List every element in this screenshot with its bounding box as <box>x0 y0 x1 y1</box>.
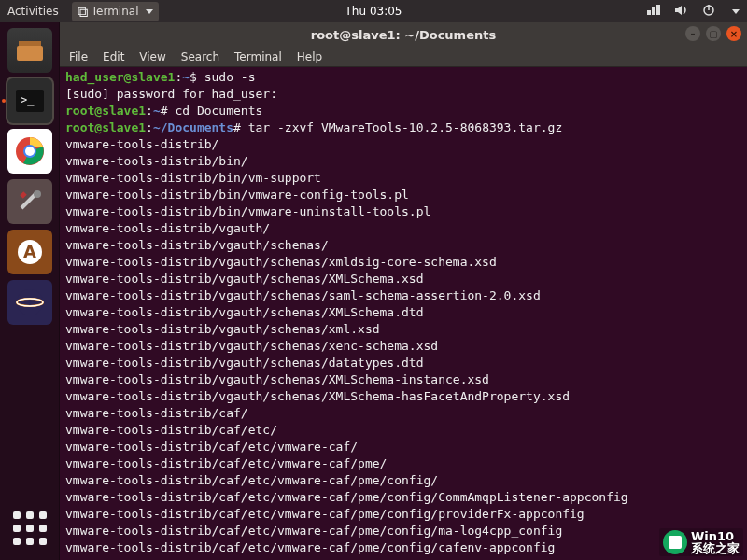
svg-point-8 <box>25 147 35 156</box>
show-applications-button[interactable] <box>7 506 52 551</box>
menu-edit[interactable]: Edit <box>103 50 124 63</box>
terminal-window: root@slave1: ~/Documents – ▢ × File Edit… <box>60 22 747 560</box>
clock[interactable]: Thu 03:05 <box>345 5 402 18</box>
gnome-top-bar: Activities ⧉ Terminal Thu 03:05 <box>0 0 747 22</box>
system-tray[interactable] <box>646 4 740 20</box>
network-icon[interactable] <box>646 5 661 19</box>
window-title: root@slave1: ~/Documents <box>311 28 496 42</box>
maximize-button[interactable]: ▢ <box>706 26 721 41</box>
terminal-icon: ⧉ <box>78 3 88 21</box>
active-app-indicator[interactable]: ⧉ Terminal <box>72 2 160 21</box>
minimize-button[interactable]: – <box>685 26 700 41</box>
watermark-logo-icon <box>663 530 687 554</box>
svg-point-12 <box>17 289 43 315</box>
menu-search[interactable]: Search <box>181 50 219 63</box>
chevron-down-icon <box>732 9 740 14</box>
menu-view[interactable]: View <box>139 50 165 63</box>
terminal-output[interactable]: had_user@slave1:~$ sudo -s [sudo] passwo… <box>60 67 747 560</box>
eclipse-app-icon[interactable] <box>7 280 52 325</box>
svg-rect-3 <box>17 46 43 61</box>
svg-text:>_: >_ <box>21 93 35 106</box>
power-icon[interactable] <box>702 4 715 20</box>
window-titlebar[interactable]: root@slave1: ~/Documents – ▢ × <box>60 22 747 47</box>
chrome-app-icon[interactable] <box>7 129 52 174</box>
watermark: Win10 系统之家 <box>659 528 743 556</box>
svg-text:A: A <box>23 242 36 261</box>
svg-point-9 <box>34 190 41 198</box>
activities-button[interactable]: Activities <box>7 5 59 18</box>
software-updater-icon[interactable]: A <box>7 230 52 274</box>
terminal-menubar: File Edit View Search Terminal Help <box>60 47 747 67</box>
active-app-label: Terminal <box>92 5 139 18</box>
running-indicator-icon <box>2 99 6 103</box>
volume-icon[interactable] <box>674 5 689 19</box>
menu-terminal[interactable]: Terminal <box>234 50 282 63</box>
close-button[interactable]: × <box>726 26 741 41</box>
terminal-app-icon[interactable]: >_ <box>7 78 52 123</box>
chevron-down-icon <box>146 9 153 14</box>
settings-app-icon[interactable] <box>7 179 52 224</box>
launcher-dock: >_ A <box>0 22 60 560</box>
menu-file[interactable]: File <box>69 50 88 63</box>
menu-help[interactable]: Help <box>297 50 322 63</box>
watermark-line2: 系统之家 <box>691 542 740 554</box>
files-app-icon[interactable] <box>7 28 52 73</box>
